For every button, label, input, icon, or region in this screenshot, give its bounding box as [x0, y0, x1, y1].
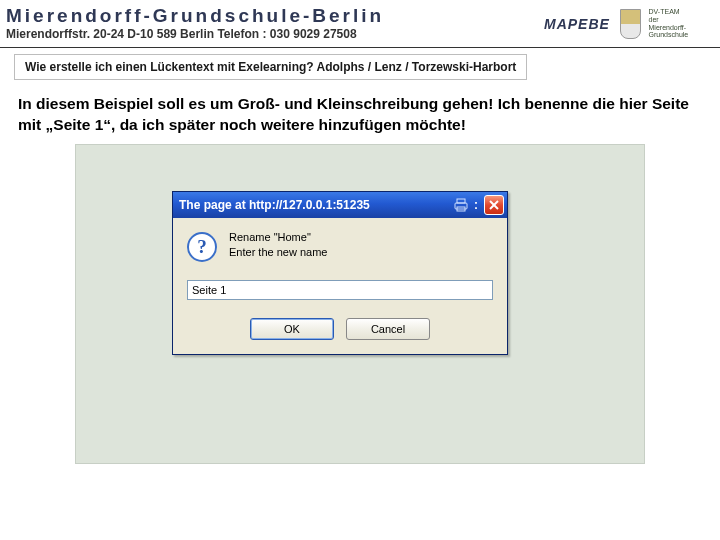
dv-team-caption: DV-TEAM der Mierendorff-Grundschule: [649, 8, 714, 39]
school-address: Mierendorffstr. 20-24 D-10 589 Berlin Te…: [6, 27, 544, 41]
dialog-body: ? Rename "Home" Enter the new name OK Ca…: [173, 218, 507, 354]
ok-button[interactable]: OK: [250, 318, 334, 340]
header-left: Mierendorff-Grundschule-Berlin Mierendor…: [6, 6, 544, 41]
close-icon: [489, 200, 499, 210]
school-name: Mierendorff-Grundschule-Berlin: [6, 6, 544, 25]
subheader-text: Wie erstelle ich einen Lückentext mit Ex…: [14, 54, 527, 80]
header-banner: Mierendorff-Grundschule-Berlin Mierendor…: [0, 0, 720, 48]
instruction-text: In diesem Beispiel soll es um Groß- und …: [0, 86, 720, 142]
prompt-text: Rename "Home" Enter the new name: [229, 230, 327, 260]
button-row: OK Cancel: [187, 318, 493, 340]
dialog-title: The page at http://127.0.0.1:51235: [179, 198, 448, 212]
mapebe-logo-text: MAPEBE: [544, 16, 610, 32]
dv-team-line3: Mierendorff-Grundschule: [649, 24, 714, 39]
rename-dialog: The page at http://127.0.0.1:51235 : ?: [172, 191, 508, 355]
dv-team-line1: DV-TEAM: [649, 8, 714, 16]
cancel-button[interactable]: Cancel: [346, 318, 430, 340]
prompt-row: ? Rename "Home" Enter the new name: [187, 230, 493, 262]
header-right: MAPEBE DV-TEAM der Mierendorff-Grundschu…: [544, 8, 714, 39]
svg-rect-1: [457, 199, 465, 203]
crest-icon: [620, 9, 641, 39]
dv-team-line2: der: [649, 16, 714, 24]
prompt-line2: Enter the new name: [229, 245, 327, 260]
dialog-titlebar[interactable]: The page at http://127.0.0.1:51235 :: [173, 192, 507, 218]
app-workspace: The page at http://127.0.0.1:51235 : ?: [75, 144, 645, 464]
dialog-title-suffix: :: [474, 198, 478, 212]
subheader-row: Wie erstelle ich einen Lückentext mit Ex…: [0, 48, 720, 86]
question-icon: ?: [187, 232, 217, 262]
close-button[interactable]: [484, 195, 504, 215]
rename-input[interactable]: [187, 280, 493, 300]
prompt-line1: Rename "Home": [229, 230, 327, 245]
printer-icon: [452, 198, 470, 212]
